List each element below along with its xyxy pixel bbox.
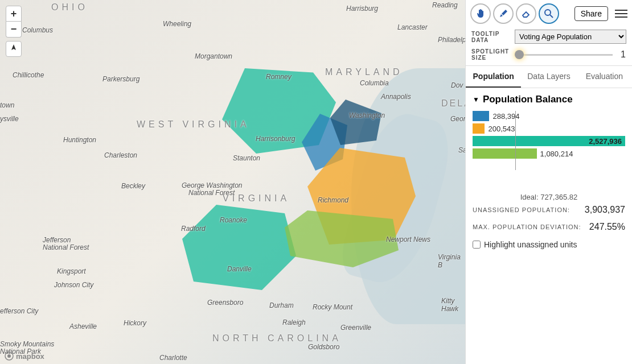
city-label: Wheeling <box>163 20 191 28</box>
mapbox-icon <box>5 351 14 361</box>
checkbox-input[interactable] <box>473 241 481 249</box>
city-label: Raleigh <box>282 318 306 326</box>
city-label: Philadelp <box>438 36 466 44</box>
spotlight-size-control: SPOTLIGHT SIZE 1 <box>466 46 632 63</box>
tooltip-data-label: TOOLTIP DATA <box>471 31 510 43</box>
city-label: Jefferson <box>43 236 71 244</box>
pan-tool-button[interactable] <box>470 3 491 24</box>
city-label: Durham <box>269 301 294 309</box>
bar-row: 2,527,936 <box>473 136 625 146</box>
city-label: Reading <box>432 1 458 9</box>
city-label: Morgantown <box>195 52 232 60</box>
city-label: George Washington <box>182 181 243 189</box>
spotlight-slider[interactable] <box>515 54 613 56</box>
bar-row: 288,394 <box>473 111 625 121</box>
svg-point-2 <box>545 10 551 15</box>
city-label: National Forest <box>43 243 89 251</box>
city-label: Goldsboro <box>308 343 339 351</box>
city-label: Charleston <box>104 151 137 159</box>
unassigned-stat: UNASSIGNED POPULATION: 3,903,937 <box>473 201 625 218</box>
state-label: VIRGINIA <box>223 193 290 204</box>
district-region[interactable] <box>182 205 296 290</box>
city-label: National Forest <box>188 189 235 197</box>
city-label: Smoky Mountains <box>0 340 54 348</box>
state-label: OHIO <box>51 2 88 13</box>
city-label: Harrisburg <box>346 5 378 13</box>
panel-title: Population Balance <box>483 94 573 105</box>
stat-value: 3,903,937 <box>585 205 625 215</box>
map-canvas[interactable]: OHIO WEST VIRGINIA VIRGINIA MARYLAND NOR… <box>0 0 465 364</box>
city-label: town <box>0 101 14 109</box>
caret-down-icon: ▼ <box>473 96 479 104</box>
spotlight-size-label: SPOTLIGHT SIZE <box>471 48 510 61</box>
state-label: NORTH CAROLINA <box>212 333 342 344</box>
city-label: efferson City <box>0 307 38 315</box>
city-label: Chillicothe <box>13 71 44 79</box>
sidebar: Share TOOLTIP DATA Voting Age Population… <box>465 0 632 364</box>
tab-population[interactable]: Population <box>466 66 521 88</box>
erase-tool-button[interactable] <box>516 3 536 24</box>
inspect-tool-button[interactable] <box>539 3 559 24</box>
bar <box>473 111 489 121</box>
city-label: Huntington <box>63 136 96 144</box>
city-label: Kingsport <box>57 267 86 275</box>
zoom-out-button[interactable]: − <box>6 22 22 38</box>
city-label: Asheville <box>69 322 97 330</box>
tab-evaluation[interactable]: Evaluation <box>577 66 632 88</box>
menu-button[interactable] <box>615 10 627 18</box>
spotlight-value: 1 <box>621 49 626 60</box>
stat-label: UNASSIGNED POPULATION: <box>473 206 570 213</box>
bar-row: 200,543 <box>473 123 625 134</box>
tooltip-data-select[interactable]: Voting Age Population <box>515 30 626 44</box>
share-button[interactable]: Share <box>574 6 608 21</box>
stat-label: MAX. POPULATION DEVIATION: <box>473 224 581 230</box>
toolbar: Share <box>466 0 632 27</box>
bar-value: 200,543 <box>488 125 515 133</box>
bar <box>473 123 485 134</box>
svg-point-1 <box>7 354 11 358</box>
hand-icon <box>475 9 486 19</box>
zoom-in-button[interactable]: + <box>6 6 22 22</box>
state-label: MARYLAND <box>325 67 403 77</box>
tab-data-layers[interactable]: Data Layers <box>521 66 576 88</box>
highlight-unassigned-checkbox[interactable]: Highlight unassigned units <box>473 240 625 249</box>
stat-value: 247.55% <box>589 222 625 232</box>
bar-row: 1,080,214 <box>473 148 625 159</box>
bar <box>473 148 537 159</box>
paint-tool-button[interactable] <box>493 3 514 24</box>
population-balance-header[interactable]: ▼ Population Balance <box>473 94 625 105</box>
bar-value: 1,080,214 <box>540 150 573 158</box>
city-label: Rocky Mount <box>313 303 352 311</box>
bar-value: 2,527,936 <box>588 137 623 146</box>
city-label: Johnson City <box>54 281 93 289</box>
tabs: Population Data Layers Evaluation <box>466 65 632 88</box>
checkbox-label: Highlight unassigned units <box>484 240 577 249</box>
city-label: Columbus <box>22 26 53 34</box>
zoom-controls: + − <box>6 6 22 57</box>
compass-button[interactable] <box>6 41 22 57</box>
city-label: Greensboro <box>207 299 243 307</box>
slider-thumb[interactable] <box>515 50 524 59</box>
tooltip-data-control: TOOLTIP DATA Voting Age Population <box>466 27 632 46</box>
city-label: Parkersburg <box>102 75 139 83</box>
city-label: Greenville <box>340 324 371 332</box>
population-panel: ▼ Population Balance 288,394200,5432,527… <box>466 88 632 255</box>
mapbox-logo: mapbox <box>5 351 44 361</box>
city-label: Staunton <box>233 154 260 162</box>
magnify-icon <box>544 9 554 19</box>
population-bars: 288,394200,5432,527,9361,080,214 <box>473 111 625 159</box>
ideal-line <box>515 111 516 170</box>
brush-icon <box>498 9 508 19</box>
ideal-label: Ideal: 727,365.82 <box>473 193 625 201</box>
city-label: ysville <box>0 115 19 123</box>
deviation-stat: MAX. POPULATION DEVIATION: 247.55% <box>473 218 625 235</box>
city-label: Beckley <box>121 182 145 190</box>
city-label: Lancaster <box>397 23 428 31</box>
city-label: Hickory <box>124 319 146 327</box>
city-label: Charlotte <box>159 354 187 362</box>
compass-icon <box>10 44 18 53</box>
svg-line-3 <box>550 15 553 18</box>
eraser-icon <box>521 9 531 19</box>
